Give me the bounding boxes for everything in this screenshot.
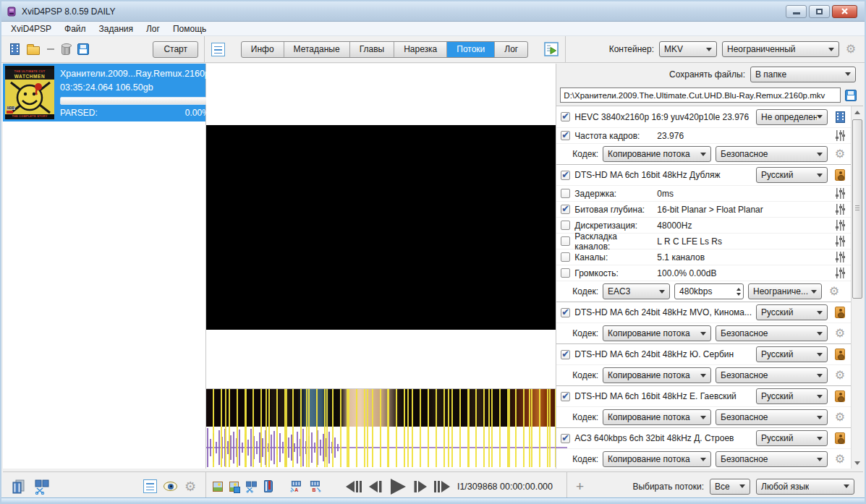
chapters-book-icon[interactable] bbox=[264, 480, 273, 492]
sliders-icon[interactable] bbox=[836, 130, 845, 141]
codec-dropdown[interactable]: Копирование потока bbox=[603, 367, 711, 383]
speaker-icon[interactable] bbox=[835, 307, 845, 318]
export-streams-icon[interactable] bbox=[544, 42, 559, 56]
film-stack-icon[interactable] bbox=[12, 479, 26, 495]
task-list-icon[interactable] bbox=[211, 43, 225, 56]
stream-language-dropdown[interactable]: Русский bbox=[756, 167, 828, 183]
codec-mode-dropdown[interactable]: Неограниче... bbox=[748, 283, 822, 299]
prop-checkbox[interactable] bbox=[561, 252, 570, 262]
sliders-icon[interactable] bbox=[836, 204, 845, 215]
prop-checkbox[interactable] bbox=[561, 205, 570, 214]
menu-tasks[interactable]: Задания bbox=[93, 22, 140, 35]
sliders-icon[interactable] bbox=[836, 236, 845, 247]
stream-checkbox[interactable] bbox=[561, 308, 570, 317]
codec-settings-gear-icon[interactable]: ⚙ bbox=[828, 286, 841, 297]
add-stream-button[interactable]: + bbox=[576, 479, 584, 493]
minimize-button[interactable] bbox=[786, 5, 807, 18]
film-icon[interactable] bbox=[836, 111, 845, 123]
save-mode-dropdown[interactable]: В папке bbox=[750, 67, 856, 82]
play-button[interactable] bbox=[389, 478, 407, 495]
video-preview[interactable] bbox=[206, 125, 556, 330]
prop-checkbox[interactable] bbox=[561, 131, 570, 140]
codec-settings-gear-icon[interactable]: ⚙ bbox=[833, 411, 846, 423]
stream-checkbox[interactable] bbox=[561, 112, 570, 121]
stream-checkbox[interactable] bbox=[561, 434, 570, 443]
open-video-icon[interactable] bbox=[10, 43, 20, 55]
codec-dropdown[interactable]: Копирование потока bbox=[603, 146, 711, 162]
sliders-icon[interactable] bbox=[836, 220, 845, 231]
select-streams-dropdown[interactable]: Все bbox=[710, 479, 750, 495]
close-button[interactable] bbox=[832, 5, 857, 18]
prev-keyframe-button[interactable] bbox=[345, 480, 362, 493]
settings-gear-icon[interactable]: ⚙ bbox=[184, 481, 197, 492]
container-limit-dropdown[interactable]: Неограниченный bbox=[722, 41, 839, 57]
bitrate-spinner[interactable]: 480kbps bbox=[674, 283, 744, 299]
tab-chapters[interactable]: Главы bbox=[350, 42, 395, 57]
timeline[interactable] bbox=[206, 388, 556, 467]
menu-help[interactable]: Помощь bbox=[166, 22, 213, 35]
task-item-selected[interactable]: THE ULTIMATE CUT WATCHMEN HDR THE bbox=[3, 64, 205, 121]
codec-dropdown[interactable]: Копирование потока bbox=[603, 325, 711, 341]
codec-settings-gear-icon[interactable]: ⚙ bbox=[833, 148, 846, 160]
prop-checkbox[interactable] bbox=[561, 189, 570, 198]
codec-settings-gear-icon[interactable]: ⚙ bbox=[833, 453, 846, 465]
menu-xvid4psp[interactable]: XviD4PSP bbox=[4, 22, 58, 35]
prop-checkbox[interactable] bbox=[561, 268, 570, 278]
scrollbar-thumb[interactable] bbox=[852, 119, 862, 299]
tab-info[interactable]: Инфо bbox=[242, 42, 284, 57]
prev-frame-button[interactable] bbox=[368, 480, 383, 493]
screenshot-icon[interactable] bbox=[213, 482, 223, 492]
codec-settings-gear-icon[interactable]: ⚙ bbox=[833, 328, 846, 339]
stream-language-dropdown[interactable]: Русский bbox=[756, 304, 828, 320]
restore-button[interactable] bbox=[809, 5, 830, 18]
container-settings-gear-icon[interactable]: ⚙ bbox=[844, 43, 857, 55]
cut-fragment-icon[interactable] bbox=[245, 479, 258, 495]
tab-streams[interactable]: Потоки bbox=[447, 42, 495, 57]
save-screenshot-icon[interactable] bbox=[229, 482, 239, 492]
speaker-icon[interactable] bbox=[835, 169, 845, 181]
tab-cutting[interactable]: Нарезка bbox=[394, 42, 447, 57]
remove-task-icon[interactable] bbox=[47, 48, 54, 50]
trim-start-a-icon[interactable]: A bbox=[290, 479, 302, 495]
prop-checkbox[interactable] bbox=[561, 221, 570, 230]
scroll-up-button[interactable] bbox=[852, 106, 863, 118]
start-button[interactable]: Старт bbox=[153, 41, 198, 58]
stream-scrollbar[interactable] bbox=[851, 106, 863, 469]
sliders-icon[interactable] bbox=[836, 268, 845, 278]
trim-end-b-icon[interactable]: B bbox=[309, 479, 321, 495]
tab-log[interactable]: Лог bbox=[495, 42, 527, 57]
codec-dropdown[interactable]: Копирование потока bbox=[603, 451, 711, 467]
codec-dropdown[interactable]: Копирование потока bbox=[603, 409, 711, 425]
speaker-icon[interactable] bbox=[835, 390, 845, 402]
stream-language-dropdown[interactable]: Русский bbox=[756, 430, 828, 446]
prop-checkbox[interactable] bbox=[561, 236, 570, 246]
output-path-input[interactable] bbox=[560, 87, 841, 103]
film-cut-icon[interactable] bbox=[34, 479, 50, 495]
sliders-icon[interactable] bbox=[836, 188, 845, 199]
container-format-dropdown[interactable]: MKV bbox=[659, 41, 717, 57]
save-icon[interactable] bbox=[77, 43, 89, 55]
stream-checkbox[interactable] bbox=[561, 392, 570, 401]
language-filter-dropdown[interactable]: Любой язык bbox=[756, 479, 854, 495]
next-keyframe-button[interactable] bbox=[433, 480, 451, 493]
stream-checkbox[interactable] bbox=[561, 171, 570, 180]
save-path-icon[interactable] bbox=[845, 90, 857, 101]
codec-mode-dropdown[interactable]: Безопасное bbox=[716, 367, 828, 383]
stream-checkbox[interactable] bbox=[561, 350, 570, 359]
tab-metadata[interactable]: Метаданые bbox=[284, 42, 350, 57]
scrollbar-track[interactable] bbox=[852, 118, 863, 457]
spinner-up-icon[interactable] bbox=[736, 288, 741, 291]
speaker-icon[interactable] bbox=[835, 432, 845, 444]
spinner-down-icon[interactable] bbox=[736, 293, 741, 296]
preview-eye-icon[interactable] bbox=[164, 482, 177, 491]
codec-dropdown[interactable]: EAC3 bbox=[603, 283, 670, 299]
stream-language-dropdown[interactable]: Русский bbox=[756, 346, 828, 362]
stream-language-dropdown[interactable]: Не определен bbox=[756, 109, 828, 125]
scroll-down-button[interactable] bbox=[852, 457, 863, 469]
codec-mode-dropdown[interactable]: Безопасное bbox=[716, 409, 828, 425]
sliders-icon[interactable] bbox=[836, 252, 845, 262]
speaker-icon[interactable] bbox=[835, 349, 845, 360]
menu-log[interactable]: Лог bbox=[140, 22, 166, 35]
codec-mode-dropdown[interactable]: Безопасное bbox=[716, 325, 828, 341]
queue-list-icon[interactable] bbox=[143, 479, 157, 493]
